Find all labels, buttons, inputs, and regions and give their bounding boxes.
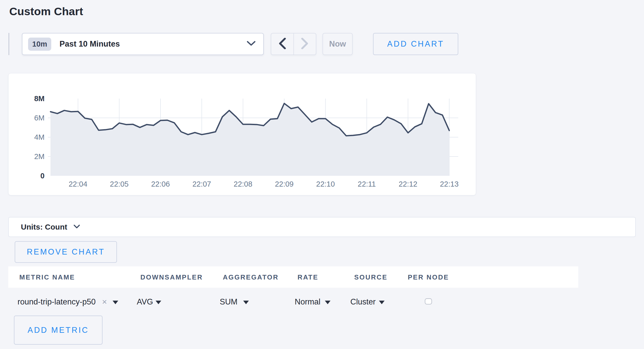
now-button[interactable]: Now (323, 33, 353, 55)
time-range-label: Past 10 Minutes (60, 39, 120, 49)
x-axis-tick-label: 22:04 (69, 180, 87, 188)
per-node-checkbox[interactable] (425, 298, 432, 304)
x-axis-tick-label: 22:05 (110, 180, 129, 188)
y-axis-tick-label: 8M (16, 94, 45, 103)
column-header-source: SOURCE (354, 273, 387, 281)
x-axis-tick-label: 22:08 (234, 180, 252, 188)
x-axis-tick-label: 22:09 (275, 180, 294, 188)
metric-name-dropdown[interactable]: round-trip-latency-p50 (18, 297, 96, 307)
remove-chart-button[interactable]: REMOVE CHART (15, 241, 117, 263)
add-metric-button[interactable]: ADD METRIC (14, 316, 103, 345)
caret-down-icon[interactable] (113, 301, 118, 304)
x-axis-tick-label: 22:10 (316, 180, 335, 188)
timeseries-chart (9, 73, 476, 196)
aggregator-dropdown[interactable]: SUM (220, 297, 238, 307)
x-axis-tick-label: 22:06 (151, 180, 170, 188)
x-axis-tick-label: 22:07 (192, 180, 211, 188)
metric-row: round-trip-latency-p50 × AVG SUM Normal … (0, 288, 644, 316)
column-header-rate: RATE (298, 273, 318, 281)
left-divider (9, 33, 9, 55)
source-dropdown[interactable]: Cluster (350, 297, 376, 307)
x-axis-tick-label: 22:12 (399, 180, 418, 188)
rate-dropdown[interactable]: Normal (295, 297, 320, 307)
units-dropdown[interactable]: Units: Count (8, 217, 636, 237)
y-axis-tick-label: 4M (16, 133, 45, 142)
column-header-downsampler: DOWNSAMPLER (140, 273, 203, 281)
units-label: Units: Count (21, 223, 67, 231)
x-axis-tick-label: 22:13 (440, 180, 459, 188)
step-back-button[interactable] (271, 33, 293, 55)
time-step-controls (271, 33, 316, 55)
caret-down-icon[interactable] (243, 301, 249, 304)
clear-metric-icon[interactable]: × (102, 297, 107, 307)
downsampler-dropdown[interactable]: AVG (137, 297, 153, 307)
metrics-table-header: METRIC NAME DOWNSAMPLER AGGREGATOR RATE … (8, 266, 578, 288)
column-header-per-node: PER NODE (408, 273, 449, 281)
chevron-right-icon (301, 38, 308, 50)
step-forward-button[interactable] (293, 33, 316, 55)
column-header-aggregator: AGGREGATOR (223, 273, 279, 281)
time-range-badge: 10m (28, 38, 51, 51)
caret-down-icon[interactable] (379, 301, 385, 304)
y-axis-tick-label: 6M (16, 114, 45, 122)
time-range-dropdown[interactable]: 10m Past 10 Minutes (22, 33, 264, 55)
y-axis-tick-label: 2M (16, 152, 45, 161)
caret-down-icon[interactable] (156, 301, 161, 304)
column-header-metric-name: METRIC NAME (19, 273, 75, 281)
chevron-left-icon (279, 38, 286, 50)
chart-card: 8M6M4M2M0 22:0422:0522:0622:0722:0822:09… (8, 73, 476, 195)
chevron-down-icon (247, 41, 256, 47)
x-axis-tick-label: 22:11 (358, 180, 376, 188)
add-chart-button[interactable]: ADD CHART (373, 33, 458, 55)
chevron-down-icon (73, 224, 80, 230)
y-axis-tick-label: 0 (16, 172, 45, 180)
caret-down-icon[interactable] (325, 301, 331, 304)
page-title: Custom Chart (9, 5, 83, 18)
